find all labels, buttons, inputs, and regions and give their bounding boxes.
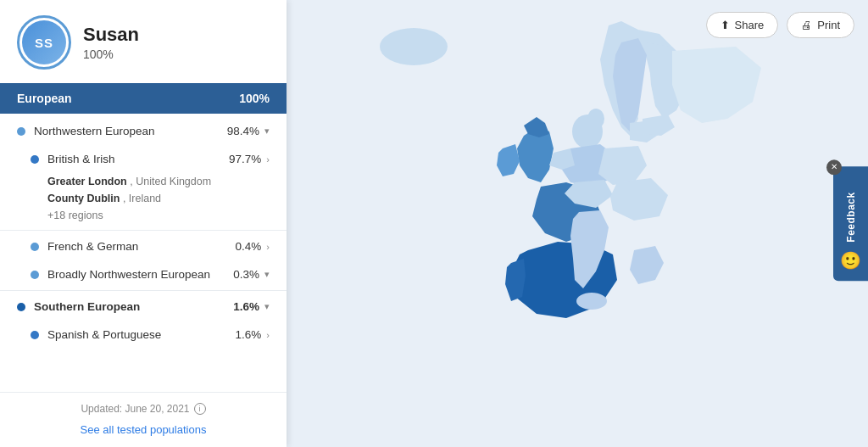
see-all-link[interactable]: See all tested populations xyxy=(81,423,207,436)
label-southern: Southern European xyxy=(34,300,233,313)
print-button[interactable]: 🖨 Print xyxy=(787,12,854,38)
share-label: Share xyxy=(735,19,765,31)
divider-2 xyxy=(0,290,287,291)
dot-broadly-nw xyxy=(31,271,39,279)
row-southern[interactable]: Southern European 1.6% ▾ xyxy=(0,293,287,321)
dot-british-irish xyxy=(31,155,39,164)
pct-spanish-portuguese: 1.6% xyxy=(236,328,262,341)
pct-northwestern: 98.4% xyxy=(227,125,259,137)
row-british-irish[interactable]: British & Irish 97.7% › xyxy=(0,145,287,173)
svg-point-3 xyxy=(587,109,604,129)
avatar-ring: SS xyxy=(17,15,71,70)
chevron-french-german: › xyxy=(266,242,270,252)
print-label: Print xyxy=(817,19,840,31)
row-broadly-nw[interactable]: Broadly Northwestern European 0.3% ▾ xyxy=(0,260,287,288)
chevron-broadly-nw: ▾ xyxy=(264,269,270,280)
row-northwestern[interactable]: Northwestern European 98.4% ▾ xyxy=(0,117,287,145)
divider-1 xyxy=(0,230,287,231)
pct-southern: 1.6% xyxy=(233,300,259,313)
label-french-german: French & German xyxy=(47,240,236,253)
label-northwestern: Northwestern European xyxy=(34,125,227,137)
pct-french-german: 0.4% xyxy=(236,240,262,253)
ancestry-list: Northwestern European 98.4% ▾ British & … xyxy=(0,114,287,392)
feedback-close-button[interactable]: ✕ xyxy=(826,159,842,175)
dot-spanish-portuguese xyxy=(31,331,39,339)
european-pct: 100% xyxy=(239,92,270,105)
region-name-london: Greater London xyxy=(47,176,127,187)
sidebar-footer: Updated: June 20, 2021 i See all tested … xyxy=(0,392,287,447)
svg-point-1 xyxy=(380,28,448,65)
label-broadly-nw: Broadly Northwestern European xyxy=(47,268,233,281)
row-french-german[interactable]: French & German 0.4% › xyxy=(0,232,287,260)
dot-french-german xyxy=(31,243,39,251)
avatar: SS xyxy=(22,20,66,64)
feedback-face-icon: 🙂 xyxy=(840,250,861,271)
region-country-london: , United Kingdom xyxy=(130,176,211,187)
label-british-irish: British & Irish xyxy=(47,153,229,165)
feedback-label: Feedback xyxy=(845,192,857,242)
region-name-dublin: County Dublin xyxy=(47,193,120,204)
chevron-british-irish: › xyxy=(266,154,270,165)
share-icon: ⬆ xyxy=(721,19,730,31)
region-country-dublin: , Ireland xyxy=(123,193,161,204)
profile-percentage: 100% xyxy=(83,47,139,61)
detail-greater-london: Greater London , United Kingdom xyxy=(0,173,287,190)
profile-name: Susan xyxy=(83,24,139,46)
updated-label: Updated: June 20, 2021 xyxy=(81,403,189,415)
feedback-panel[interactable]: ✕ Feedback 🙂 xyxy=(833,166,868,281)
feedback-wrapper: ✕ Feedback 🙂 xyxy=(833,166,868,281)
top-buttons-container: ⬆ Share 🖨 Print xyxy=(706,12,854,38)
profile-header: SS Susan 100% xyxy=(0,0,287,83)
european-header[interactable]: European 100% xyxy=(0,83,287,114)
more-regions[interactable]: +18 regions xyxy=(0,207,287,228)
chevron-northwestern: ▾ xyxy=(264,126,270,137)
share-button[interactable]: ⬆ Share xyxy=(706,12,779,38)
dot-northwestern xyxy=(17,127,25,136)
chevron-southern: ▾ xyxy=(264,301,270,312)
label-spanish-portuguese: Spanish & Portuguese xyxy=(47,328,236,341)
svg-point-4 xyxy=(576,293,607,310)
pct-british-irish: 97.7% xyxy=(229,153,261,165)
detail-county-dublin: County Dublin , Ireland xyxy=(0,190,287,207)
chevron-spanish-portuguese: › xyxy=(266,330,270,340)
dot-southern xyxy=(17,303,25,311)
info-icon[interactable]: i xyxy=(194,403,206,415)
avatar-initials: SS xyxy=(35,36,53,50)
european-label: European xyxy=(17,92,72,105)
row-spanish-portuguese[interactable]: Spanish & Portuguese 1.6% › xyxy=(0,321,287,349)
profile-info: Susan 100% xyxy=(83,24,139,61)
sidebar: SS Susan 100% European 100% Northwestern… xyxy=(0,0,287,447)
pct-broadly-nw: 0.3% xyxy=(233,268,259,281)
europe-map xyxy=(287,0,868,447)
updated-text: Updated: June 20, 2021 i xyxy=(17,403,270,415)
print-icon: 🖨 xyxy=(801,19,812,31)
